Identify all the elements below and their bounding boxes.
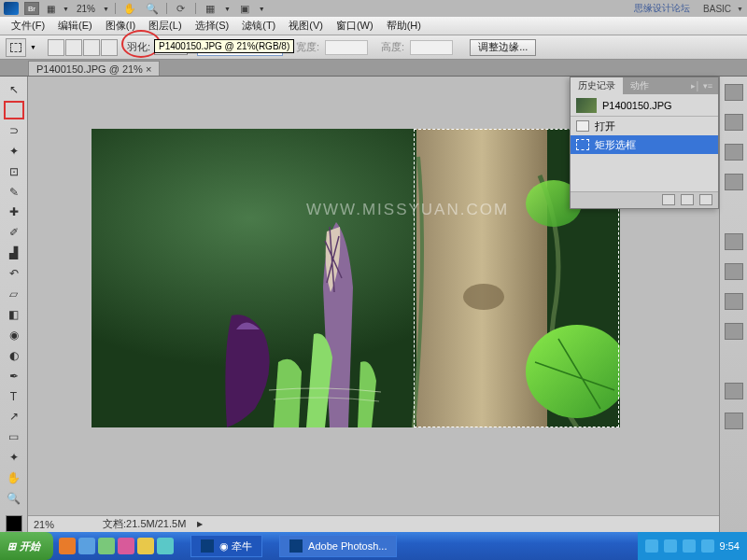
path-tool-icon[interactable]: ↗ xyxy=(4,408,24,427)
crop-tool-icon[interactable]: ⊡ xyxy=(4,162,24,181)
dock-icon[interactable] xyxy=(725,174,743,190)
menu-image[interactable]: 图像(I) xyxy=(100,17,141,35)
menu-view[interactable]: 视图(V) xyxy=(283,17,329,35)
dock-icon[interactable] xyxy=(725,413,743,429)
dock-icon[interactable] xyxy=(725,84,743,101)
height-label: 高度: xyxy=(381,40,404,54)
healing-tool-icon[interactable]: ✚ xyxy=(4,203,24,221)
task-label: Adobe Photosh... xyxy=(308,540,387,552)
ps-logo-icon xyxy=(4,2,19,15)
zoom-tool-icon[interactable]: 🔍 xyxy=(4,489,24,508)
ql-icon[interactable] xyxy=(137,538,154,554)
tray-icon[interactable] xyxy=(683,539,696,553)
selection-mode-group[interactable] xyxy=(48,39,118,56)
history-snapshot[interactable]: P1400150.JPG xyxy=(571,94,718,117)
lasso-tool-icon[interactable]: ⊃ xyxy=(4,121,24,140)
hand-tool-icon[interactable]: ✋ xyxy=(121,1,138,16)
blur-tool-icon[interactable]: ◉ xyxy=(4,326,24,344)
snapshot-name: P1400150.JPG xyxy=(602,100,672,111)
history-panel: 历史记录 动作 ▸│ ▾≡ P1400150.JPG 打开 矩形选框 xyxy=(570,77,719,209)
tab-history[interactable]: 历史记录 xyxy=(571,77,623,94)
3d-tool-icon[interactable]: ✦ xyxy=(4,448,24,467)
new-snapshot-icon[interactable] xyxy=(662,194,675,205)
screen-mode-icon[interactable]: ▣ xyxy=(236,1,253,16)
ql-icon[interactable] xyxy=(78,538,95,554)
history-brush-tool-icon[interactable]: ↶ xyxy=(4,264,24,283)
marquee-tool-selected-icon[interactable] xyxy=(4,101,24,119)
dock-icon[interactable] xyxy=(725,293,743,310)
history-label: 打开 xyxy=(595,119,615,133)
move-tool-icon[interactable]: ↖ xyxy=(4,80,24,99)
windows-logo-icon: ⊞ xyxy=(7,540,16,553)
canvas-image xyxy=(92,129,620,427)
workspace-switcher[interactable]: BASIC xyxy=(703,4,731,14)
dock-icon[interactable] xyxy=(725,114,743,131)
zoom-tool-icon[interactable]: 🔍 xyxy=(144,1,161,16)
document-canvas[interactable] xyxy=(92,129,620,427)
menu-file[interactable]: 文件(F) xyxy=(6,17,50,35)
menu-bar: 文件(F) 编辑(E) 图像(I) 图层(L) 选择(S) 滤镜(T) 视图(V… xyxy=(0,17,747,35)
tray-icon[interactable] xyxy=(701,539,714,553)
dock-icon[interactable] xyxy=(725,144,743,161)
shape-tool-icon[interactable]: ▭ xyxy=(4,427,24,446)
dock-icon[interactable] xyxy=(725,233,743,250)
status-bar: 21% 文档:21.5M/21.5M ▶ xyxy=(28,515,719,532)
width-label: 宽度: xyxy=(296,40,319,54)
history-item-marquee[interactable]: 矩形选框 xyxy=(571,135,718,154)
start-button[interactable]: ⊞ 开始 xyxy=(0,532,53,560)
dock-icon[interactable] xyxy=(725,383,743,399)
zoom-level[interactable]: 21% xyxy=(75,4,97,14)
width-input xyxy=(325,40,368,55)
document-tab[interactable]: P1400150.JPG @ 21% × xyxy=(28,61,160,76)
menu-select[interactable]: 选择(S) xyxy=(190,17,235,35)
menu-edit[interactable]: 编辑(E) xyxy=(52,17,98,35)
taskbar-item[interactable]: Adobe Photosh... xyxy=(279,535,397,557)
ql-icon[interactable] xyxy=(157,538,174,554)
pen-tool-icon[interactable]: ✒ xyxy=(4,367,24,385)
view-dropdown[interactable]: ▦ xyxy=(45,4,57,14)
taskbar-item[interactable]: ◉ 牵牛 xyxy=(190,535,262,557)
menu-filter[interactable]: 滤镜(T) xyxy=(236,17,281,35)
marquee-tool-icon[interactable] xyxy=(6,38,26,57)
hand-tool-icon[interactable]: ✋ xyxy=(4,469,24,487)
menu-layer[interactable]: 图层(L) xyxy=(143,17,187,35)
height-input xyxy=(410,40,453,55)
status-zoom[interactable]: 21% xyxy=(34,519,54,530)
document-tabbar: P1400150.JPG @ 21% × xyxy=(0,60,747,77)
rotate-view-icon[interactable]: ⟳ xyxy=(173,1,190,16)
marquee-step-icon xyxy=(576,139,589,150)
brush-tool-icon[interactable]: ✐ xyxy=(4,223,24,242)
dodge-tool-icon[interactable]: ◐ xyxy=(4,346,24,365)
task-label: ◉ 牵牛 xyxy=(219,539,252,553)
ql-icon[interactable] xyxy=(98,538,115,554)
ql-icon[interactable] xyxy=(59,538,76,554)
open-step-icon xyxy=(576,120,589,132)
tray-icon[interactable] xyxy=(664,539,677,553)
menu-window[interactable]: 窗口(W) xyxy=(331,17,379,35)
gradient-tool-icon[interactable]: ◧ xyxy=(4,305,24,324)
start-label: 开始 xyxy=(20,539,40,553)
refine-edge-button[interactable]: 调整边缘... xyxy=(470,39,536,56)
new-doc-icon[interactable] xyxy=(681,194,694,205)
dock-icon[interactable] xyxy=(725,263,743,280)
stamp-tool-icon[interactable]: ▟ xyxy=(4,244,24,262)
history-item-open[interactable]: 打开 xyxy=(571,117,718,135)
eyedropper-tool-icon[interactable]: ✎ xyxy=(4,183,24,202)
ql-icon[interactable] xyxy=(118,538,134,554)
foreground-color-swatch[interactable] xyxy=(6,515,22,532)
type-tool-icon[interactable]: T xyxy=(4,387,24,406)
tab-actions[interactable]: 动作 xyxy=(623,77,656,94)
brand-text: 思缘设计论坛 xyxy=(634,2,690,15)
feather-label: 羽化: xyxy=(127,40,150,54)
bridge-icon[interactable]: Br xyxy=(24,2,39,15)
status-doc-size[interactable]: 文档:21.5M/21.5M xyxy=(103,517,186,531)
eraser-tool-icon[interactable]: ▱ xyxy=(4,285,24,303)
dock-icon[interactable] xyxy=(725,323,743,340)
trash-icon[interactable] xyxy=(699,194,712,205)
arrange-docs-icon[interactable]: ▦ xyxy=(202,1,218,16)
panel-menu-icon[interactable]: ▸│ ▾≡ xyxy=(685,81,718,91)
menu-help[interactable]: 帮助(H) xyxy=(381,17,427,35)
wand-tool-icon[interactable]: ✦ xyxy=(4,142,24,161)
tray-icon[interactable] xyxy=(645,539,658,553)
clock[interactable]: 9:54 xyxy=(720,540,740,552)
